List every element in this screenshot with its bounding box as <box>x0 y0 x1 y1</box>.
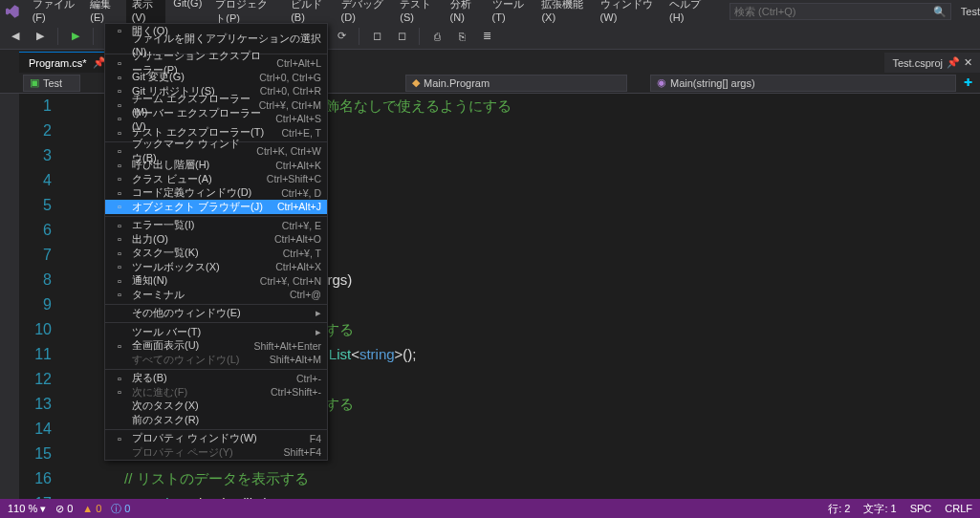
menu-6[interactable]: デバッグ(D) <box>336 0 393 29</box>
class-selector[interactable]: ◆Main.Program <box>405 75 627 92</box>
line-numbers: 123456789101112131415161718 <box>19 94 57 499</box>
menu-item[interactable]: ▫サーバー エクスプローラー(V)Ctrl+Alt+S <box>105 112 327 126</box>
team-icon: ▫ <box>111 99 128 111</box>
search-icon: 🔍 <box>933 6 947 18</box>
menu-item[interactable]: ▫全画面表示(U)Shift+Alt+Enter <box>105 339 327 354</box>
menu-item[interactable]: ▫ターミナルCtrl+@ <box>105 288 327 302</box>
menu-item[interactable]: ▫呼び出し階層(H)Ctrl+Alt+K <box>105 159 327 173</box>
info-count[interactable]: ⓘ 0 <box>111 502 130 516</box>
menu-item[interactable]: ▫オブジェクト ブラウザー(J)Ctrl+Alt+J <box>105 200 327 214</box>
term-icon: ▫ <box>111 289 128 300</box>
menu-7[interactable]: テスト(S) <box>394 0 442 29</box>
menu-item[interactable]: ▫戻る(B)Ctrl+- <box>105 372 327 386</box>
project-selector[interactable]: ▣Test <box>23 75 80 92</box>
tb-icon[interactable]: ◻ <box>367 27 386 46</box>
tab-label: Program.cs* <box>29 57 87 69</box>
fwd-icon: ▫ <box>111 386 128 398</box>
tool-icon: ▫ <box>111 261 128 272</box>
tb-icon[interactable]: ⎙ <box>427 27 446 46</box>
test-icon: ▫ <box>111 127 128 139</box>
member-selector[interactable]: ◉Main(string[] args) <box>650 75 956 92</box>
menu-10[interactable]: 拡張機能(X) <box>535 0 592 29</box>
menu-item[interactable]: ▫エラー一覧(I)Ctrl+¥, E <box>105 219 327 233</box>
tb-icon[interactable]: ◻ <box>392 27 411 46</box>
add-button[interactable]: ✚ <box>956 76 980 89</box>
menu-11[interactable]: ウィンドウ(W) <box>595 0 663 29</box>
error-count[interactable]: ⊘ 0 <box>55 503 73 515</box>
obj-icon: ▫ <box>111 201 128 212</box>
tab-csproj[interactable]: Test.csproj 📌 ✕ <box>884 53 980 73</box>
menu-item: すべてのウィンドウ(L)Shift+Alt+M <box>105 353 327 367</box>
menu-0[interactable]: ファイル(F) <box>27 0 83 29</box>
side-gutter <box>0 94 19 499</box>
back-icon: ▫ <box>111 373 128 384</box>
server-icon: ▫ <box>111 113 128 124</box>
eol-indicator[interactable]: CRLF <box>945 502 972 516</box>
open-icon: ▫ <box>111 25 128 36</box>
run-button[interactable]: ▶ <box>66 27 85 46</box>
task-icon: ▫ <box>111 248 128 259</box>
menu-item[interactable]: ▫出力(O)Ctrl+Alt+O <box>105 232 327 247</box>
menu-item[interactable]: ▫ソリューション エクスプローラー(P)Ctrl+Alt+L <box>105 56 327 71</box>
menu-9[interactable]: ツール(T) <box>487 0 534 29</box>
menu-item[interactable]: その他のウィンドウ(E)▸ <box>105 307 327 321</box>
pin-icon[interactable]: 📌 <box>947 56 960 69</box>
search-input[interactable] <box>734 6 933 17</box>
solution-name: Test <box>961 6 980 17</box>
menu-item[interactable]: 前のタスク(R) <box>105 413 327 427</box>
git-icon: ▫ <box>111 72 128 83</box>
code-icon: ▫ <box>111 187 128 199</box>
tb-icon[interactable]: ⎘ <box>452 27 471 46</box>
view-menu: ▫開く(O)ファイルを開くアプリケーションの選択(N)...▫ソリューション エ… <box>104 23 328 461</box>
bell-icon: ▫ <box>111 275 128 287</box>
menu-item[interactable]: ▫プロパティ ウィンドウ(W)F4 <box>105 432 327 446</box>
git-icon: ▫ <box>111 85 128 97</box>
sln-icon: ▫ <box>111 57 128 69</box>
menu-item[interactable]: 次のタスク(X) <box>105 399 327 414</box>
status-bar: 110 % ▾ ⊘ 0 ▲ 0 ⓘ 0 行: 2 文字: 1 SPC CRLF <box>0 499 980 518</box>
menu-12[interactable]: ヘルプ(H) <box>664 0 712 29</box>
nav-fwd-button[interactable]: ▶ <box>31 27 50 46</box>
menu-item[interactable]: ▫Git 変更(G)Ctrl+0, Ctrl+G <box>105 71 327 85</box>
prop-icon: ▫ <box>111 433 128 444</box>
menu-item[interactable]: ツール バー(T)▸ <box>105 325 327 339</box>
vs-logo-icon <box>6 4 19 19</box>
menu-item[interactable]: ▫タスク一覧(K)Ctrl+¥, T <box>105 247 327 261</box>
menu-item: プロパティ ページ(Y)Shift+F4 <box>105 445 327 460</box>
close-icon[interactable]: ✕ <box>964 56 972 69</box>
col-indicator[interactable]: 文字: 1 <box>863 502 896 516</box>
warning-count[interactable]: ▲ 0 <box>82 503 101 514</box>
tab-label: Test.csproj <box>892 57 943 69</box>
menu-item[interactable]: ▫コード定義ウィンドウ(D)Ctrl+¥, D <box>105 186 327 201</box>
indent-indicator[interactable]: SPC <box>910 502 932 516</box>
zoom-level[interactable]: 110 % ▾ <box>8 503 46 515</box>
menu-item[interactable]: ▫通知(N)Ctrl+¥, Ctrl+N <box>105 274 327 289</box>
menu-item: ▫次に進む(F)Ctrl+Shift+- <box>105 385 327 399</box>
menu-item[interactable]: ▫ツールボックス(X)Ctrl+Alt+X <box>105 260 327 274</box>
line-indicator[interactable]: 行: 2 <box>828 502 850 516</box>
menubar: ファイル(F)編集(E)表示(V)Git(G)プロジェクト(P)ビルド(B)デバ… <box>0 0 980 23</box>
tb-icon[interactable]: ⟳ <box>332 27 351 46</box>
tb-icon[interactable]: ≣ <box>477 27 496 46</box>
err-icon: ▫ <box>111 220 128 231</box>
menu-item[interactable]: ▫ブックマーク ウィンドウ(B)Ctrl+K, Ctrl+W <box>105 144 327 159</box>
menu-8[interactable]: 分析(N) <box>445 0 485 29</box>
bookmark-icon: ▫ <box>111 145 128 157</box>
search-box[interactable]: 🔍 <box>730 3 951 20</box>
out-icon: ▫ <box>111 233 128 245</box>
menu-item[interactable]: ▫クラス ビュー(A)Ctrl+Shift+C <box>105 172 327 186</box>
call-icon: ▫ <box>111 160 128 171</box>
nav-back-button[interactable]: ◀ <box>6 27 25 46</box>
full-icon: ▫ <box>111 340 128 352</box>
class-icon: ▫ <box>111 173 128 184</box>
